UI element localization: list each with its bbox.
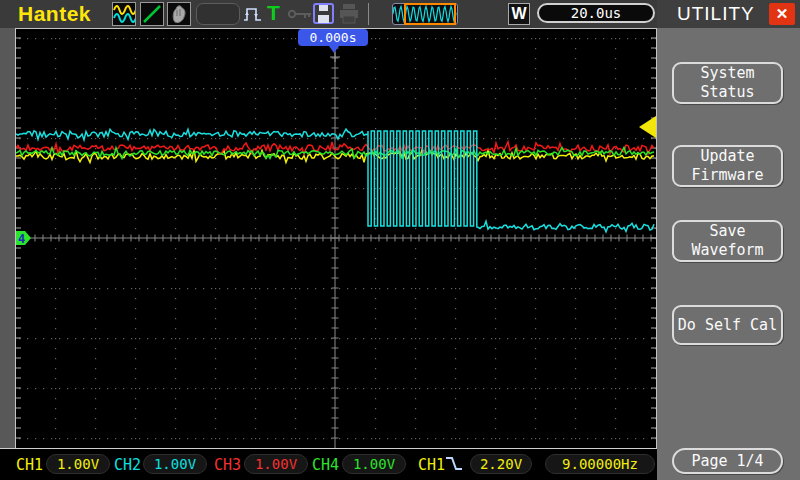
pulse-trigger-icon[interactable] xyxy=(243,4,263,24)
save-floppy-icon[interactable] xyxy=(313,3,335,25)
ch1-label: CH1 xyxy=(16,456,43,474)
ch2-label: CH2 xyxy=(114,456,141,474)
measure-slot xyxy=(196,3,240,25)
cursor-line-glyph xyxy=(141,3,163,25)
hantek-logo: Hantek xyxy=(18,2,91,26)
waveform-channels-glyph xyxy=(113,3,135,25)
ch3-scale-readout: 1.00V xyxy=(244,454,308,474)
ch1-scale-readout: 1.00V xyxy=(46,454,110,474)
status-bar: CH1 1.00V CH2 1.00V CH3 1.00V CH4 1.00V … xyxy=(0,448,657,480)
update-firmware-button[interactable]: Update Firmware xyxy=(672,145,783,187)
page-button[interactable]: Page 1/4 xyxy=(672,448,783,474)
save-waveform-button[interactable]: Save Waveform xyxy=(672,220,783,262)
trigger-source-label: CH1 xyxy=(418,456,445,474)
ch4-label: CH4 xyxy=(312,456,339,474)
close-icon[interactable]: ✕ xyxy=(769,3,795,25)
trigger-level-arrow[interactable] xyxy=(639,116,656,138)
do-self-cal-button[interactable]: Do Self Cal xyxy=(672,305,783,345)
hand-glyph xyxy=(168,3,190,25)
ch4-scale-readout: 1.00V xyxy=(342,454,406,474)
hand-icon[interactable] xyxy=(167,2,191,26)
trigger-position-tag[interactable]: 0.000s xyxy=(298,29,368,46)
ch2-scale-readout: 1.00V xyxy=(143,454,207,474)
waveform-channels-icon[interactable] xyxy=(112,2,136,26)
scope-canvas: 4 xyxy=(16,29,656,448)
timebase-readout: 20.0us xyxy=(537,3,655,23)
scope-display: 4 0.000s xyxy=(15,28,657,449)
system-status-button[interactable]: System Status xyxy=(672,62,783,104)
ch4-marker-label: 4 xyxy=(18,232,25,246)
oscilloscope-screen: Hantek T xyxy=(0,0,800,480)
cursor-line-icon[interactable] xyxy=(140,2,164,26)
window-zone-icon[interactable]: W xyxy=(508,3,530,25)
waveform-preview[interactable] xyxy=(392,3,458,25)
trigger-t-icon[interactable]: T xyxy=(267,1,280,25)
preview-window-box[interactable] xyxy=(404,3,456,25)
print-icon[interactable] xyxy=(338,3,360,25)
top-toolbar: Hantek T xyxy=(0,0,657,28)
utility-menu: UTILITY ✕ System Status Update Firmware … xyxy=(657,0,800,480)
menu-title: UTILITY xyxy=(677,3,755,25)
ch3-label: CH3 xyxy=(214,456,241,474)
toolbar-separator xyxy=(368,3,369,25)
trigger-frequency-readout: 9.00000Hz xyxy=(545,454,655,474)
falling-edge-icon xyxy=(445,454,463,474)
key-lock-icon[interactable] xyxy=(287,4,313,24)
trigger-level-readout: 2.20V xyxy=(470,454,532,474)
left-bezel xyxy=(0,28,15,448)
utility-header: UTILITY ✕ xyxy=(657,0,800,28)
